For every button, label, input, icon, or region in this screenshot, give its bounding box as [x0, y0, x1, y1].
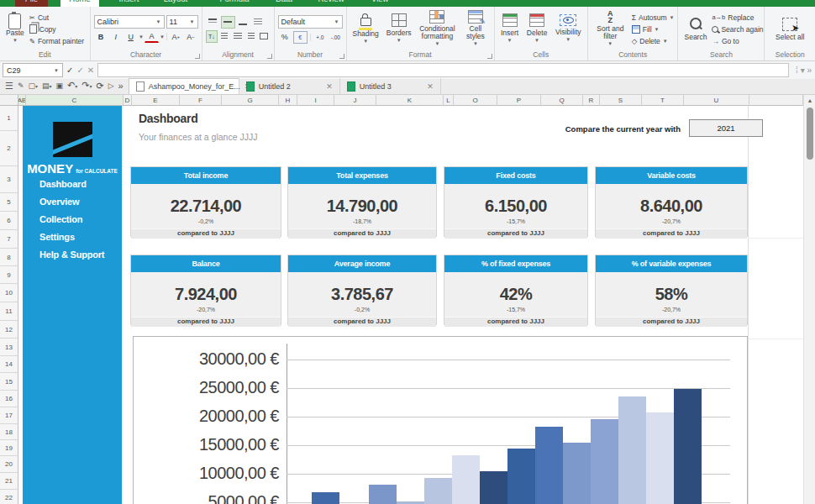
document-tab[interactable]: Ashampoo_Money_for_E...✕ — [129, 78, 239, 94]
underline-caret[interactable]: ▼ — [139, 34, 144, 39]
dialog-launcher-icon[interactable] — [487, 54, 492, 59]
goto-button[interactable]: →Go to — [712, 35, 763, 46]
grow-font-button[interactable]: A+ — [169, 30, 183, 43]
cell-reference-box[interactable]: C29▼ — [3, 63, 63, 77]
percent-format-button[interactable]: % — [278, 31, 292, 44]
bold-button[interactable]: B — [94, 30, 108, 43]
split-handle-icon[interactable]: ⁞ ▾ » — [796, 66, 812, 75]
menu-tab-home[interactable]: Home — [60, 0, 99, 7]
column-header[interactable]: K — [376, 95, 444, 106]
pointer-icon[interactable]: ▷ — [108, 78, 114, 94]
row-header[interactable]: 11 — [0, 302, 18, 321]
borders-button[interactable]: Borders▼ — [384, 13, 414, 45]
row-header[interactable]: 3 — [0, 166, 18, 193]
formula-input[interactable] — [97, 63, 789, 77]
align-left-button[interactable] — [218, 30, 231, 43]
sidebar-item-dashboard[interactable]: Dashboard — [39, 179, 87, 189]
align-bottom-button[interactable] — [236, 16, 250, 29]
cancel-icon[interactable]: ✕ — [87, 66, 94, 75]
row-header[interactable]: 15 — [0, 373, 18, 391]
sidebar-item-settings[interactable]: Settings — [39, 232, 75, 242]
vertical-scrollbar[interactable]: ▲ — [803, 95, 815, 504]
align-top-button[interactable] — [206, 16, 220, 29]
visibility-button[interactable]: Visibility▼ — [553, 13, 584, 45]
column-header[interactable]: J — [334, 95, 376, 106]
save-icon[interactable]: ▣ — [55, 78, 63, 94]
dialog-launcher-icon[interactable] — [195, 54, 200, 59]
scrollbar-thumb[interactable] — [807, 108, 813, 160]
document-tab[interactable]: Untitled 3✕ — [340, 78, 441, 94]
column-header[interactable]: AB — [18, 95, 26, 106]
menu-tab-data[interactable]: Data — [269, 0, 299, 7]
row-header[interactable]: 7 — [0, 230, 18, 249]
font-color-button[interactable]: A — [145, 31, 159, 43]
menu-tab-review[interactable]: Review — [309, 0, 353, 7]
remove-decimal-button[interactable]: -.00 — [329, 31, 343, 44]
row-header[interactable]: 18 — [0, 424, 18, 440]
column-header[interactable] — [749, 95, 803, 106]
close-icon[interactable]: ✕ — [427, 82, 434, 91]
column-header[interactable]: O — [454, 95, 497, 106]
add-decimal-button[interactable]: +.0 — [313, 31, 328, 44]
number-format-select[interactable]: Default▼ — [278, 15, 343, 29]
undo-icon[interactable]: ↶▾ — [67, 77, 77, 95]
column-header[interactable]: S — [600, 95, 642, 106]
format-painter-button[interactable]: ✎Format painter — [29, 35, 84, 46]
replace-button[interactable]: a→bReplace — [712, 12, 763, 23]
font-name-select[interactable]: Calibri▼ — [94, 15, 165, 29]
row-header[interactable]: 16 — [0, 391, 18, 407]
autosum-button[interactable]: ΣAutosum▼ — [632, 12, 675, 23]
column-header[interactable]: E — [132, 95, 180, 106]
currency-format-button[interactable]: € — [293, 31, 308, 44]
row-header[interactable]: 19 — [0, 440, 18, 456]
column-header[interactable]: D — [124, 95, 132, 106]
sort-filter-button[interactable]: AZ Sort and filter▼ — [592, 9, 629, 49]
column-header[interactable]: F — [180, 95, 222, 106]
column-header[interactable]: H — [279, 95, 297, 106]
copy-button[interactable]: Copy — [29, 24, 84, 34]
menu-tab-layout[interactable]: Layout — [154, 0, 197, 7]
accept-icon[interactable]: ✓ — [76, 66, 83, 75]
menu-tab-formula[interactable]: Formula — [213, 0, 256, 7]
row-header[interactable]: 2 — [0, 131, 18, 166]
bar-chart[interactable]: 30000,00 €25000,00 €20000,00 €15000,00 €… — [133, 336, 748, 504]
underline-button[interactable]: U — [124, 30, 138, 43]
open-document-icon[interactable]: ▤▾ — [42, 78, 52, 95]
merge-cells-button[interactable] — [258, 30, 271, 43]
shrink-font-button[interactable]: A− — [184, 30, 198, 43]
wrap-text-button[interactable]: T↓ — [206, 30, 218, 43]
column-header[interactable]: T — [642, 95, 684, 106]
row-header[interactable]: 10 — [0, 284, 18, 302]
align-center-button[interactable] — [232, 30, 244, 43]
italic-button[interactable]: I — [108, 30, 123, 43]
select-all-button[interactable]: ➤ Select all — [773, 17, 807, 42]
column-header[interactable]: L — [444, 95, 454, 106]
document-tab[interactable]: Untitled 2✕ — [239, 78, 340, 94]
fill-button[interactable]: Fill▼ — [632, 24, 675, 34]
confirm-icon[interactable]: ✓ — [66, 66, 73, 75]
row-header[interactable]: 1 — [0, 106, 18, 131]
search-button[interactable]: Search — [681, 17, 709, 42]
cut-button[interactable]: ✂Cut — [29, 12, 84, 23]
menu-tab-view[interactable]: View — [365, 0, 394, 7]
align-middle-button[interactable] — [221, 16, 235, 29]
search-again-button[interactable]: Search again — [712, 24, 763, 34]
delete-cells-button[interactable]: Delete▼ — [524, 13, 550, 45]
insert-cells-button[interactable]: Insert▼ — [498, 13, 521, 45]
row-header[interactable]: 22 — [0, 490, 18, 504]
column-header[interactable]: R — [583, 95, 600, 106]
dialog-launcher-icon[interactable] — [267, 54, 272, 59]
column-header[interactable]: C — [26, 95, 124, 106]
shading-button[interactable]: Shading▼ — [350, 12, 381, 46]
sidebar-item-help-support[interactable]: Help & Support — [39, 249, 104, 260]
paste-button[interactable]: Paste▼ — [3, 13, 27, 45]
sidebar-item-collection[interactable]: Collection — [39, 214, 82, 224]
delete-contents-button[interactable]: ◇Delete▼ — [632, 35, 675, 46]
hamburger-menu-icon[interactable]: ☰ — [5, 78, 13, 94]
menu-tab-insert[interactable]: Insert — [109, 0, 149, 7]
refresh-icon[interactable]: ⟳ — [96, 78, 103, 94]
column-header[interactable]: G — [222, 95, 279, 106]
row-header[interactable]: 13 — [0, 339, 18, 356]
overflow-icon[interactable]: » — [118, 78, 124, 94]
row-header[interactable]: 9 — [0, 266, 18, 284]
